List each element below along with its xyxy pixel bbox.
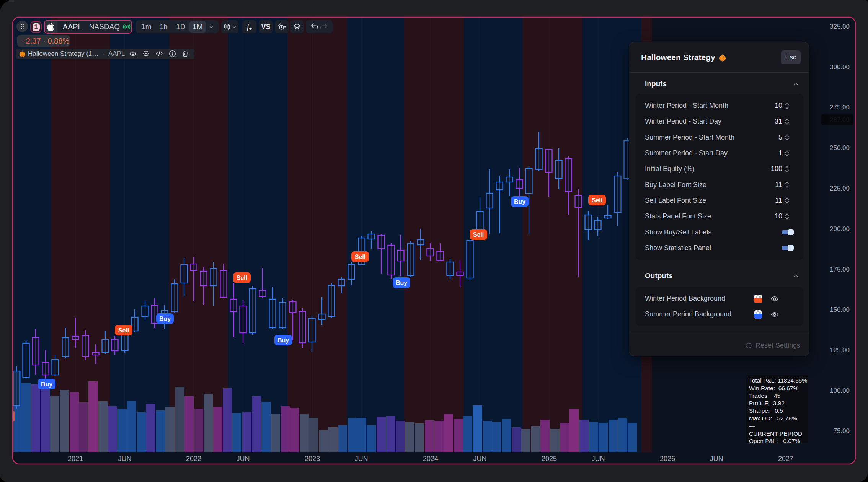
svg-text:2024: 2024	[423, 455, 438, 462]
svg-text:Sell: Sell	[473, 231, 484, 238]
svg-text:150.00: 150.00	[830, 306, 850, 313]
svg-text:Sell: Sell	[237, 275, 247, 281]
svg-text:JUN: JUN	[473, 455, 487, 462]
svg-text:2022: 2022	[186, 455, 201, 462]
svg-text:100.00: 100.00	[830, 387, 850, 394]
svg-text:Buy: Buy	[159, 316, 171, 322]
svg-text:JUN: JUN	[710, 455, 723, 462]
svg-text:Buy: Buy	[514, 199, 525, 205]
svg-text:2021: 2021	[68, 455, 83, 462]
svg-text:Buy: Buy	[41, 381, 52, 388]
svg-text:2025: 2025	[542, 455, 557, 462]
svg-text:JUN: JUN	[355, 455, 368, 462]
svg-text:Sell: Sell	[592, 197, 602, 204]
svg-text:125.00: 125.00	[830, 347, 850, 354]
svg-text:300.00: 300.00	[830, 64, 850, 71]
svg-text:Buy: Buy	[396, 280, 407, 286]
svg-text:JUN: JUN	[118, 455, 132, 462]
svg-text:325.00: 325.00	[830, 23, 850, 30]
svg-text:2027: 2027	[778, 455, 793, 462]
svg-text:JUN: JUN	[237, 455, 250, 462]
svg-text:Sell: Sell	[355, 254, 365, 260]
svg-text:175.00: 175.00	[830, 266, 850, 273]
svg-text:200.00: 200.00	[830, 225, 850, 233]
svg-text:287.00: 287.00	[830, 116, 850, 124]
svg-text:JUN: JUN	[592, 455, 605, 462]
svg-text:Sell: Sell	[118, 327, 129, 334]
svg-text:Buy: Buy	[277, 337, 289, 344]
svg-text:2023: 2023	[305, 455, 320, 462]
svg-text:225.00: 225.00	[830, 185, 850, 192]
svg-text:250.00: 250.00	[830, 144, 850, 151]
svg-text:2026: 2026	[660, 455, 675, 462]
svg-text:75.00: 75.00	[833, 427, 850, 435]
svg-text:275.00: 275.00	[830, 104, 850, 111]
